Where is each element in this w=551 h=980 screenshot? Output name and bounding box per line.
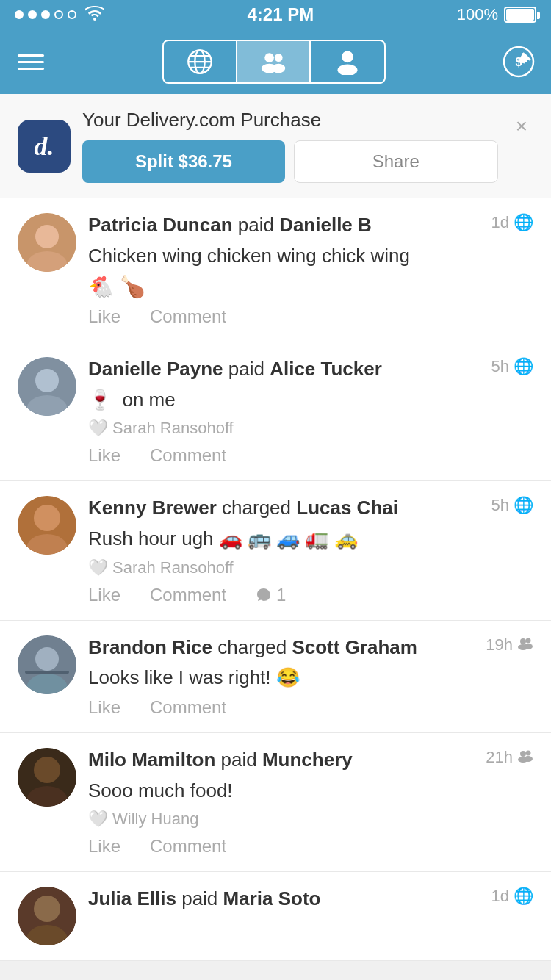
friends-icon (517, 748, 533, 767)
avatar (18, 357, 76, 416)
comment-button[interactable]: Comment (150, 836, 226, 857)
promo-content: Your Delivery.com Purchase Split $36.75 … (82, 109, 498, 183)
feed-title: Danielle Payne paid Alice Tucker (88, 357, 486, 382)
svg-point-25 (35, 647, 59, 671)
feed-actor: Patricia Duncan (88, 214, 233, 236)
comment-button[interactable]: Comment (150, 445, 226, 466)
feed-actions: Like Comment 1 (88, 585, 533, 605)
feed-recipient: Alice Tucker (270, 358, 382, 380)
like-button[interactable]: Like (88, 697, 120, 718)
globe-icon: 🌐 (514, 496, 533, 515)
feed-content: Julia Ellis paid Maria Soto 1d 🌐 (88, 887, 533, 945)
like-button[interactable]: Like (88, 306, 120, 327)
feed-like-row: 🤍 Willy Huang (88, 810, 533, 829)
battery-percent: 100% (457, 5, 498, 24)
tab-friends[interactable] (237, 41, 311, 82)
feed-text: Chicken wing chicken wing chick wing (88, 242, 533, 269)
comment-button[interactable]: Comment (150, 306, 226, 327)
feed-header: Brandon Rice charged Scott Graham 19h (88, 635, 533, 660)
liked-by: Sarah Ransohoff (112, 419, 234, 438)
avatar (18, 887, 76, 945)
feed-item: Milo Mamilton paid Munchery 21h Sooo muc… (0, 733, 551, 872)
svg-point-35 (520, 751, 526, 757)
liked-by: Sarah Ransohoff (112, 558, 234, 577)
avatar (18, 213, 76, 272)
tab-global[interactable] (164, 41, 237, 82)
feed-time: 19h (486, 635, 513, 655)
feed-header: Milo Mamilton paid Munchery 21h (88, 748, 533, 773)
feed-actions: Like Comment (88, 836, 533, 857)
feed-title: Kenny Brewer charged Lucas Chai (88, 496, 486, 521)
feed-actor: Kenny Brewer (88, 497, 217, 519)
feed-actions: Like Comment (88, 306, 533, 327)
svg-point-19 (35, 369, 59, 392)
comment-count: 1 (256, 585, 286, 605)
globe-icon: 🌐 (514, 887, 533, 906)
like-button[interactable]: Like (88, 585, 120, 605)
heart-icon: 🤍 (88, 810, 108, 829)
feed-title: Julia Ellis paid Maria Soto (88, 887, 486, 912)
promo-logo: d. (18, 120, 71, 173)
feed-header: Patricia Duncan paid Danielle B 1d 🌐 (88, 213, 533, 238)
status-time: 4:21 PM (248, 4, 314, 25)
feed-recipient: Scott Graham (292, 636, 417, 658)
svg-point-40 (34, 896, 60, 922)
svg-point-28 (520, 638, 526, 644)
feed-content: Patricia Duncan paid Danielle B 1d 🌐 Chi… (88, 213, 533, 327)
svg-point-8 (272, 64, 285, 73)
promo-logo-text: d. (35, 131, 54, 162)
battery-icon (504, 7, 536, 23)
feed-item: Julia Ellis paid Maria Soto 1d 🌐 (0, 872, 551, 961)
liked-by: Willy Huang (112, 810, 198, 829)
split-button[interactable]: Split $36.75 (82, 140, 285, 183)
like-button[interactable]: Like (88, 836, 120, 857)
feed: Patricia Duncan paid Danielle B 1d 🌐 Chi… (0, 198, 551, 961)
feed-time: 5h (491, 357, 509, 376)
comment-button[interactable]: Comment (150, 585, 226, 605)
svg-point-38 (524, 756, 533, 762)
heart-icon: 🤍 (88, 558, 108, 577)
heart-icon: 🤍 (88, 419, 108, 438)
menu-button[interactable] (12, 48, 50, 76)
feed-time: 21h (486, 748, 513, 767)
tab-me[interactable] (311, 41, 384, 82)
promo-banner: d. Your Delivery.com Purchase Split $36.… (0, 94, 551, 198)
close-button[interactable]: × (510, 109, 533, 144)
promo-title: Your Delivery.com Purchase (82, 109, 498, 131)
feed-actor: Brandon Rice (88, 636, 212, 658)
feed-item: Patricia Duncan paid Danielle B 1d 🌐 Chi… (0, 198, 551, 342)
status-bar: 4:21 PM 100% (0, 0, 551, 29)
svg-point-22 (34, 505, 60, 531)
feed-time: 1d (491, 213, 509, 232)
like-button[interactable]: Like (88, 445, 120, 466)
feed-meta: 1d 🌐 (491, 213, 533, 232)
compose-button[interactable]: $ (498, 41, 539, 82)
share-button[interactable]: Share (294, 140, 498, 183)
avatar (18, 496, 76, 555)
feed-actions: Like Comment (88, 697, 533, 718)
nav-bar: $ (0, 29, 551, 94)
feed-recipient: Lucas Chai (296, 497, 398, 519)
feed-content: Danielle Payne paid Alice Tucker 5h 🌐 🍷 … (88, 357, 533, 466)
globe-icon: 🌐 (514, 213, 533, 232)
feed-recipient: Danielle B (279, 214, 372, 236)
feed-text: Looks like I was right! 😂 (88, 664, 533, 691)
avatar (18, 748, 76, 807)
signal-dot-1 (15, 10, 24, 19)
signal-dot-3 (41, 10, 50, 19)
comment-button[interactable]: Comment (150, 697, 226, 718)
feed-header: Danielle Payne paid Alice Tucker 5h 🌐 (88, 357, 533, 382)
feed-item: Brandon Rice charged Scott Graham 19h Lo… (0, 621, 551, 733)
svg-point-16 (35, 225, 59, 248)
svg-point-36 (526, 750, 531, 755)
signal-indicators (15, 6, 104, 24)
svg-point-31 (524, 644, 533, 649)
signal-dot-2 (28, 10, 37, 19)
feed-like-row: 🤍 Sarah Ransohoff (88, 558, 533, 577)
globe-icon: 🌐 (514, 357, 533, 376)
avatar (18, 635, 76, 694)
feed-meta: 19h (486, 635, 533, 655)
feed-meta: 21h (486, 748, 533, 767)
svg-point-9 (342, 51, 353, 62)
feed-item: Kenny Brewer charged Lucas Chai 5h 🌐 Rus… (0, 481, 551, 620)
